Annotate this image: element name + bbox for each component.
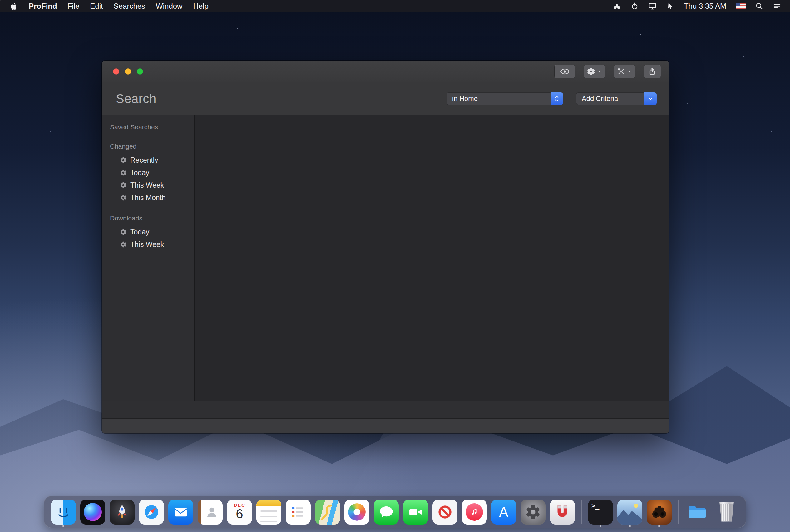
- dock-icon-terminal[interactable]: >_: [588, 496, 613, 528]
- dock-icon-system-preferences[interactable]: [521, 496, 546, 528]
- dock-icon-magnet[interactable]: [550, 496, 575, 528]
- add-criteria-popup-button[interactable]: Add Criteria: [576, 92, 657, 105]
- prohibited-sign-icon: [432, 499, 457, 525]
- terminal-icon: >_: [588, 499, 613, 525]
- binoculars-status-icon[interactable]: [613, 2, 621, 10]
- menu-file[interactable]: File: [62, 0, 85, 12]
- window-body: Saved Searches Changed Recently Today Th…: [102, 115, 669, 401]
- dock-icon-launchpad[interactable]: [110, 496, 135, 528]
- mail-envelope-icon: [168, 499, 193, 525]
- cursor-status-icon[interactable]: [666, 2, 675, 10]
- preview-eye-button[interactable]: [554, 64, 576, 78]
- dock-icon-prohibited[interactable]: [432, 496, 457, 528]
- gear-icon: [120, 229, 127, 235]
- menu-bar-clock[interactable]: Thu 3:35 AM: [684, 2, 726, 11]
- dock-icon-profind[interactable]: [647, 496, 672, 528]
- saved-search-this-month[interactable]: This Month: [110, 191, 194, 204]
- scope-popup-button[interactable]: in Home: [447, 92, 563, 105]
- gear-icon: [587, 68, 595, 76]
- system-preferences-gear-icon: [521, 499, 546, 525]
- dock-icon-messages[interactable]: [374, 496, 399, 528]
- toolbar-actions: [554, 61, 661, 82]
- messages-bubble-icon: [374, 499, 399, 525]
- dock-icon-facetime[interactable]: [403, 496, 428, 528]
- dock-icon-finder[interactable]: [51, 496, 76, 528]
- calendar-icon: DEC 6: [227, 499, 252, 525]
- chevron-down-icon: [627, 69, 632, 74]
- trash-icon: [714, 499, 739, 525]
- share-button[interactable]: [643, 64, 661, 78]
- results-footer-strip: [102, 401, 669, 418]
- menu-bar-left: ProFind File Edit Searches Window Help: [0, 0, 214, 12]
- zoom-button[interactable]: [137, 69, 143, 75]
- tools-button[interactable]: [614, 64, 636, 78]
- traffic-lights: [113, 61, 143, 82]
- running-indicator: [62, 525, 64, 527]
- dock-icon-contacts[interactable]: [198, 496, 223, 528]
- apple-menu[interactable]: [0, 0, 24, 12]
- notification-center-icon[interactable]: [773, 2, 781, 10]
- menu-edit[interactable]: Edit: [84, 0, 108, 12]
- dock-icon-music[interactable]: [462, 496, 487, 528]
- app-store-icon: A: [491, 499, 516, 525]
- gear-icon: [120, 169, 127, 176]
- dock-icon-app-store[interactable]: A: [491, 496, 516, 528]
- gear-icon: [120, 182, 127, 189]
- gear-icon: [120, 157, 127, 164]
- actions-gear-button[interactable]: [584, 64, 605, 78]
- flag-canton: [736, 3, 740, 6]
- section-header: Downloads: [110, 214, 194, 222]
- display-status-icon[interactable]: [648, 2, 657, 10]
- sidebar-title: Saved Searches: [110, 123, 194, 131]
- saved-search-label: Recently: [130, 156, 158, 165]
- magnet-icon: [550, 499, 575, 525]
- chevron-down-icon: [597, 69, 602, 74]
- launchpad-rocket-icon: [110, 499, 135, 525]
- spotlight-search-icon[interactable]: [755, 2, 764, 10]
- saved-search-recently[interactable]: Recently: [110, 154, 194, 166]
- menu-window[interactable]: Window: [151, 0, 188, 12]
- dock-icon-folder[interactable]: [685, 496, 710, 528]
- menu-app-name[interactable]: ProFind: [24, 2, 62, 11]
- saved-search-this-week-changed[interactable]: This Week: [110, 179, 194, 191]
- dock-icon-maps[interactable]: [315, 496, 340, 528]
- running-indicator: [658, 525, 660, 527]
- dock-icon-reminders[interactable]: [286, 496, 311, 528]
- share-icon: [648, 67, 657, 76]
- dock-icon-photos[interactable]: [344, 496, 370, 528]
- dock-icon-siri[interactable]: [80, 496, 105, 528]
- running-indicator: [600, 525, 601, 527]
- contacts-book-icon: [198, 499, 223, 525]
- gear-icon: [120, 241, 127, 248]
- siri-icon: [80, 499, 105, 525]
- menu-help[interactable]: Help: [188, 0, 213, 12]
- saved-search-label: This Week: [130, 181, 164, 190]
- menu-bar: ProFind File Edit Searches Window Help T…: [0, 0, 790, 12]
- dock-icon-calendar[interactable]: DEC 6: [227, 496, 252, 528]
- saved-search-this-week-downloads[interactable]: This Week: [110, 238, 194, 251]
- dock-icon-picture[interactable]: [617, 496, 642, 528]
- saved-search-today-changed[interactable]: Today: [110, 166, 194, 179]
- close-button[interactable]: [113, 69, 119, 75]
- minimize-button[interactable]: [125, 69, 131, 75]
- eye-icon: [560, 67, 569, 76]
- dock-icon-notes[interactable]: [256, 496, 281, 528]
- dock-icon-mail[interactable]: [168, 496, 193, 528]
- photos-flower-icon: [344, 499, 370, 525]
- power-status-icon[interactable]: [631, 2, 639, 10]
- input-source-flag-icon[interactable]: [736, 3, 746, 10]
- saved-search-label: This Month: [130, 194, 166, 202]
- results-area[interactable]: [194, 115, 669, 401]
- saved-searches-sidebar: Saved Searches Changed Recently Today Th…: [102, 115, 194, 401]
- notes-icon: [256, 499, 281, 525]
- dock-icon-trash[interactable]: [714, 496, 739, 528]
- tools-icon: [617, 68, 625, 76]
- saved-search-label: Today: [130, 228, 149, 236]
- menu-searches[interactable]: Searches: [108, 0, 151, 12]
- calendar-day: 6: [236, 508, 243, 520]
- saved-search-today-downloads[interactable]: Today: [110, 226, 194, 238]
- running-indicator: [629, 525, 631, 527]
- dock-icon-safari[interactable]: [139, 496, 164, 528]
- popup-chevron-down-icon: [644, 92, 657, 105]
- window-titlebar[interactable]: [102, 61, 669, 82]
